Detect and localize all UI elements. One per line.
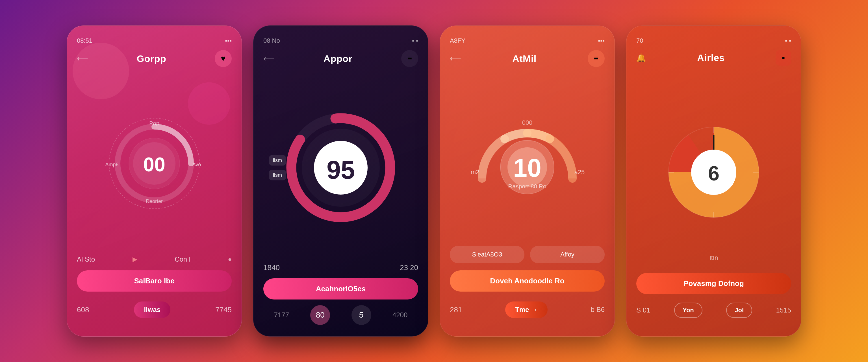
time-row-2: 1840 23 20 (264, 263, 418, 272)
signal-icons-3: ▪▪▪ (598, 37, 604, 45)
bottom-left-1: 608 (77, 305, 89, 314)
donut-wrap-2: 95 llsm llsm (264, 76, 418, 260)
menu-icon-3[interactable]: ≡ (588, 50, 604, 67)
icon-btn-circle-2[interactable]: 5 (351, 305, 371, 325)
svg-text:95: 95 (327, 156, 355, 184)
card-4: 70 ▪ ▪ 🔔 Airles ■ 6 (626, 25, 801, 337)
dot-icon: ● (228, 256, 232, 263)
bottom-left-4: S 01 (636, 306, 650, 314)
svg-text:Pop: Pop (149, 120, 159, 127)
svg-text:Avo: Avo (192, 162, 201, 167)
signal-icons-2: ▪ ▪ (412, 37, 418, 45)
arrow-icon: ▶ (132, 256, 137, 263)
svg-text:Rasport 80 Ro: Rasport 80 Ro (508, 183, 546, 190)
status-bar-3: A8FY ▪▪▪ (450, 37, 604, 45)
menu-icon-2[interactable]: ≡ (401, 50, 418, 67)
svg-text:00: 00 (143, 154, 165, 176)
secondary-btn-1[interactable]: llwas (134, 302, 170, 318)
gauge-1: Pop Amp6 Avo Reorfer 00 (77, 76, 232, 251)
card-header-2: ⟵ Appor ≡ (264, 50, 418, 67)
status-bar-1: 08:51 ▪▪▪ (77, 37, 232, 45)
card-header-1: ⟵ Gorpp ♥ (77, 50, 232, 67)
main-button-3[interactable]: Doveh Anodoodle Ro (450, 270, 604, 291)
card-header-3: ⟵ AtMil ≡ (450, 50, 604, 67)
left-side-labels: llsm llsm (269, 155, 286, 180)
status-bar-4: 70 ▪ ▪ (636, 37, 791, 45)
bottom-btn1-4[interactable]: Yon (674, 303, 703, 318)
stat-cols-3: SleatA8O3 Affoy (450, 246, 604, 263)
svg-text:m2: m2 (471, 169, 479, 176)
bottom-row-1: 608 llwas 7745 (77, 299, 232, 321)
svg-text:000: 000 (522, 119, 533, 126)
card-3: A8FY ▪▪▪ ⟵ AtMil ≡ 000 m2 a25 10 (440, 25, 615, 337)
signal-icon-1: ▪▪▪ (225, 37, 232, 45)
svg-text:6: 6 (708, 162, 719, 185)
arc-gauge-3: 000 m2 a25 10 Rasport 80 Ro (450, 76, 604, 242)
card-title-1: Gorpp (137, 53, 166, 64)
status-time-1: 08:51 (77, 37, 92, 45)
card-2: 08 No ▪ ▪ ⟵ Appor ≡ 95 llsm llsm 1840 23… (253, 25, 428, 337)
card-title-3: AtMil (512, 53, 536, 64)
back-icon-2[interactable]: ⟵ (264, 54, 275, 63)
status-time-4: 70 (636, 37, 643, 45)
bottom-right-1: 7745 (215, 305, 232, 314)
main-button-1[interactable]: SalBaro Ibe (77, 270, 232, 291)
main-button-2[interactable]: AeahnorlO5es (264, 278, 418, 300)
stat-left-3: SleatA8O3 (450, 246, 524, 263)
time-right-2: 23 20 (400, 263, 418, 272)
bottom-icons-2: 7177 80 5 4200 (264, 305, 418, 325)
heart-icon: ♥ (215, 50, 232, 67)
status-time-3: A8FY (450, 37, 465, 45)
icon-btn-pink-2[interactable]: 80 (310, 305, 330, 325)
main-button-4[interactable]: Povasmg Dofnog (636, 273, 791, 294)
bell-icon-4[interactable]: 🔔 (636, 53, 646, 62)
bottom-left-3: 281 (450, 305, 462, 314)
back-icon-1[interactable]: ⟵ (77, 54, 88, 63)
stat-row-1: Al Sto ▶ Con l ● (77, 255, 232, 263)
card-title-2: Appor (323, 53, 352, 64)
bottom-btn2-4[interactable]: Jol (726, 303, 752, 318)
time-left-2: 1840 (264, 263, 280, 272)
action-icon-4[interactable]: ■ (776, 50, 791, 65)
stat-left-1: Al Sto (77, 255, 95, 263)
bottom-right-3: b B6 (591, 306, 604, 314)
svg-text:a25: a25 (575, 169, 585, 176)
pie-chart-4: 6 ItIn (636, 74, 791, 270)
bottom-row-4: S 01 Yon Jol 1515 (636, 300, 791, 321)
side-label-bot: llsm (269, 170, 286, 180)
pie-sublabel-4: ItIn (710, 254, 718, 261)
bottom-right-4: 1515 (776, 306, 791, 314)
bottom-btn-3[interactable]: Tme → (505, 302, 548, 318)
signal-icons-4: ▪ ▪ (785, 37, 791, 45)
bottom-row-3: 281 Tme → b B6 (450, 299, 604, 321)
bottom-left-val-2: 7177 (274, 311, 289, 319)
card-header-4: 🔔 Airles ■ (636, 50, 791, 65)
back-icon-3[interactable]: ⟵ (450, 54, 461, 63)
bottom-right-val-2: 4200 (393, 311, 407, 319)
svg-text:10: 10 (513, 154, 541, 182)
side-label-top: llsm (269, 155, 286, 166)
svg-text:Reorfer: Reorfer (146, 198, 163, 204)
stat-right-1: Con l (175, 255, 190, 263)
card-1: 08:51 ▪▪▪ ⟵ Gorpp ♥ Pop Amp6 Avo Reorfer… (67, 25, 242, 337)
status-bar-2: 08 No ▪ ▪ (264, 37, 418, 45)
card-title-4: Airles (697, 52, 725, 63)
status-time-2: 08 No (264, 37, 280, 45)
stat-right-3: Affoy (530, 246, 604, 263)
svg-text:Amp6: Amp6 (105, 162, 118, 167)
